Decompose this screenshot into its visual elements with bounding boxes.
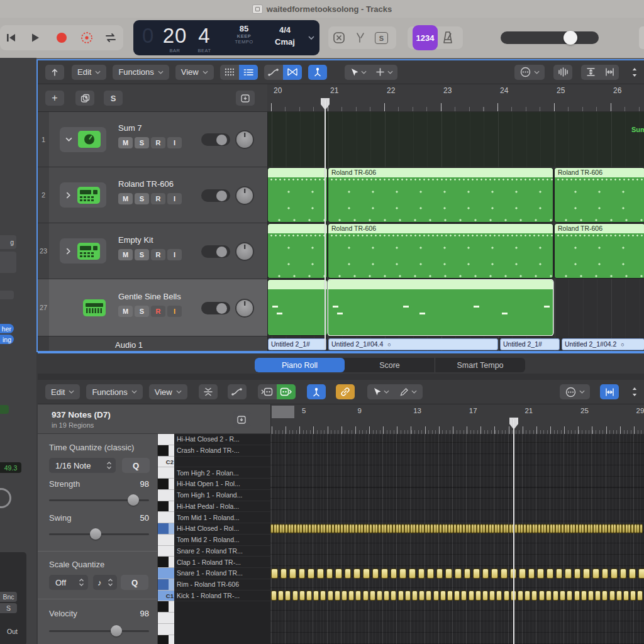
midi-note[interactable] xyxy=(602,591,607,600)
midi-note[interactable] xyxy=(400,569,406,578)
audio-region[interactable]: Untitled 2_1#04.2○ xyxy=(562,338,644,350)
midi-note[interactable] xyxy=(279,591,283,600)
midi-note[interactable] xyxy=(624,591,628,600)
midi-note[interactable] xyxy=(286,525,287,533)
midi-note[interactable] xyxy=(532,591,536,600)
midi-note[interactable] xyxy=(440,525,441,533)
midi-note[interactable] xyxy=(529,569,535,578)
midi-note[interactable] xyxy=(486,525,488,533)
midi-note[interactable] xyxy=(469,525,470,533)
midi-note[interactable] xyxy=(501,525,502,533)
midi-note[interactable] xyxy=(591,525,592,533)
midi-note[interactable] xyxy=(384,525,386,533)
midi-note[interactable] xyxy=(426,591,431,600)
midi-note[interactable] xyxy=(422,525,424,533)
midi-note[interactable] xyxy=(274,525,276,533)
solo-mode-button[interactable]: S xyxy=(375,32,388,44)
midi-note[interactable] xyxy=(342,591,347,600)
black-key[interactable] xyxy=(158,579,174,591)
midi-note[interactable] xyxy=(448,591,452,600)
midi-note[interactable] xyxy=(504,591,509,600)
black-key[interactable] xyxy=(158,557,174,568)
midi-note[interactable] xyxy=(639,569,644,578)
scale-quantize-mode-select[interactable]: ♪ xyxy=(93,575,117,590)
midi-note[interactable] xyxy=(358,525,360,533)
midi-note[interactable] xyxy=(605,525,607,533)
midi-note[interactable] xyxy=(611,569,617,578)
midi-note[interactable] xyxy=(638,591,642,600)
bounce-button-fragment[interactable]: Bnc xyxy=(0,592,17,602)
track-lane-gentle-sine-bells[interactable] xyxy=(267,279,644,336)
midi-note[interactable] xyxy=(402,525,404,533)
white-key[interactable] xyxy=(158,568,174,579)
midi-note[interactable] xyxy=(463,525,465,533)
capture-recording-button[interactable] xyxy=(79,30,94,45)
midi-note[interactable] xyxy=(437,569,443,578)
midi-note[interactable] xyxy=(300,591,304,600)
grid-view-button[interactable] xyxy=(220,65,239,80)
midi-note[interactable] xyxy=(469,591,474,600)
more-options-button[interactable] xyxy=(560,384,590,399)
velocity-slider-thumb[interactable] xyxy=(111,625,122,636)
chevron-right-icon[interactable] xyxy=(66,192,70,199)
midi-note[interactable] xyxy=(521,525,523,533)
tab-smart-tempo[interactable]: Smart Tempo xyxy=(435,358,525,372)
midi-note[interactable] xyxy=(408,525,409,533)
master-volume-slider[interactable] xyxy=(501,31,599,44)
track-row-empty-kit[interactable]: 23 Empty Kit MSRI Roland TR-606Roland TR… xyxy=(38,223,644,279)
midi-note[interactable] xyxy=(399,591,403,600)
note-lane-label[interactable]: Tom Mid 2 - Roland... xyxy=(174,535,270,546)
midi-note[interactable] xyxy=(399,525,401,533)
midi-note[interactable] xyxy=(483,525,485,533)
menu-view[interactable]: View xyxy=(149,384,187,399)
midi-note[interactable] xyxy=(277,525,279,533)
midi-note[interactable] xyxy=(355,525,357,533)
midi-note[interactable] xyxy=(495,525,497,533)
midi-note[interactable] xyxy=(318,569,323,578)
note-lane-label[interactable]: Hi-Hat Closed - Rol... xyxy=(174,523,270,535)
menu-edit[interactable]: Edit xyxy=(72,65,106,80)
midi-note[interactable] xyxy=(477,525,479,533)
menu-functions[interactable]: Functions xyxy=(113,65,169,80)
midi-note[interactable] xyxy=(297,525,299,533)
midi-note[interactable] xyxy=(575,569,580,578)
pan-knob[interactable] xyxy=(236,243,253,260)
midi-note[interactable] xyxy=(446,569,452,578)
midi-note[interactable] xyxy=(377,591,382,600)
midi-region[interactable] xyxy=(268,280,327,335)
midi-note[interactable] xyxy=(460,525,462,533)
midi-note[interactable] xyxy=(626,525,628,533)
track-solo-button[interactable]: S xyxy=(104,91,123,106)
inspector-field-fragment[interactable]: g xyxy=(0,235,16,249)
midi-note[interactable] xyxy=(373,525,375,533)
midi-note[interactable] xyxy=(462,591,466,600)
track-on-off-toggle[interactable] xyxy=(201,133,230,146)
midi-note[interactable] xyxy=(547,525,549,533)
strength-slider-thumb[interactable] xyxy=(128,494,139,506)
midi-note[interactable] xyxy=(630,569,635,578)
midi-note[interactable] xyxy=(614,525,616,533)
track-lane-audio-1[interactable]: Untitled 2_1#Untitled 2_1#04.4○Untitled … xyxy=(267,336,644,351)
midi-note[interactable] xyxy=(425,525,427,533)
lcd-chevron-down-icon[interactable] xyxy=(308,36,314,40)
track-r-button[interactable]: R xyxy=(151,306,165,317)
midi-note[interactable] xyxy=(364,591,368,600)
midi-note[interactable] xyxy=(341,525,343,533)
note-lane-label[interactable]: Snare 2 - Roland TR... xyxy=(174,546,270,557)
midi-note[interactable] xyxy=(504,525,506,533)
midi-note[interactable] xyxy=(405,525,407,533)
midi-note[interactable] xyxy=(294,525,296,533)
white-key[interactable]: C1 xyxy=(158,591,174,602)
midi-note[interactable] xyxy=(393,525,395,533)
pointer-tool-button[interactable] xyxy=(345,65,372,80)
midi-note[interactable] xyxy=(506,525,508,533)
swing-slider-thumb[interactable] xyxy=(90,528,101,540)
pencil-tool-button[interactable] xyxy=(395,384,423,399)
midi-note[interactable] xyxy=(382,525,384,533)
midi-note[interactable] xyxy=(631,591,635,600)
scroll-zoom-button[interactable] xyxy=(625,384,644,399)
midi-note[interactable] xyxy=(617,591,621,600)
white-key[interactable]: C2 xyxy=(158,457,174,468)
midi-note[interactable] xyxy=(323,525,325,533)
black-key[interactable] xyxy=(158,601,174,613)
